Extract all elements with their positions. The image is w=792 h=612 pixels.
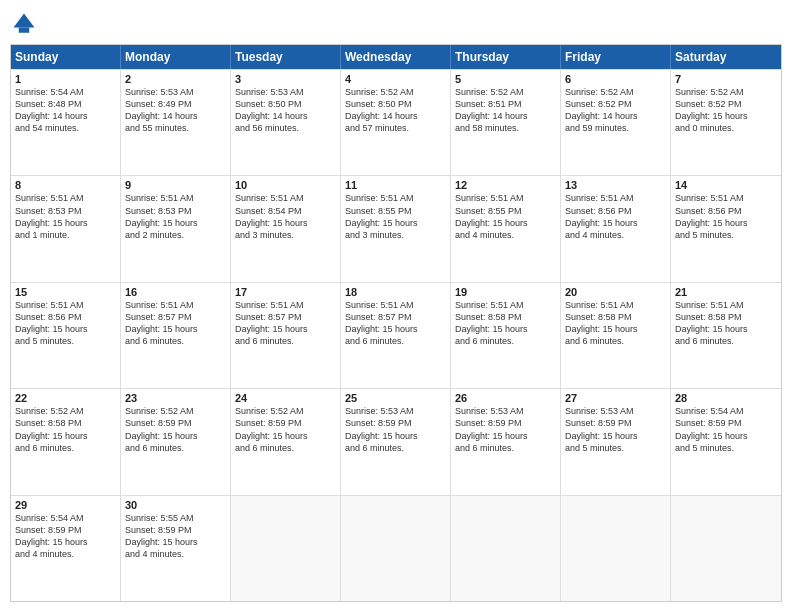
day-number: 24	[235, 392, 336, 404]
cal-cell-day-2: 2Sunrise: 5:53 AMSunset: 8:49 PMDaylight…	[121, 70, 231, 175]
cell-line: and 56 minutes.	[235, 122, 336, 134]
page: SundayMondayTuesdayWednesdayThursdayFrid…	[0, 0, 792, 612]
day-number: 21	[675, 286, 777, 298]
cell-line: Sunrise: 5:51 AM	[675, 299, 777, 311]
cell-line: Sunset: 8:49 PM	[125, 98, 226, 110]
cell-line: Daylight: 15 hours	[15, 430, 116, 442]
cell-line: Sunset: 8:55 PM	[345, 205, 446, 217]
cell-line: Sunrise: 5:53 AM	[455, 405, 556, 417]
cell-line: Daylight: 15 hours	[455, 323, 556, 335]
header-day-saturday: Saturday	[671, 45, 781, 69]
cell-line: and 5 minutes.	[15, 335, 116, 347]
cal-cell-day-25: 25Sunrise: 5:53 AMSunset: 8:59 PMDayligh…	[341, 389, 451, 494]
cal-cell-day-15: 15Sunrise: 5:51 AMSunset: 8:56 PMDayligh…	[11, 283, 121, 388]
cell-line: and 6 minutes.	[345, 442, 446, 454]
cell-line: Sunrise: 5:52 AM	[15, 405, 116, 417]
cal-cell-day-23: 23Sunrise: 5:52 AMSunset: 8:59 PMDayligh…	[121, 389, 231, 494]
cal-cell-empty	[671, 496, 781, 601]
cell-line: Sunset: 8:59 PM	[125, 524, 226, 536]
cal-cell-day-19: 19Sunrise: 5:51 AMSunset: 8:58 PMDayligh…	[451, 283, 561, 388]
cell-line: Sunset: 8:54 PM	[235, 205, 336, 217]
day-number: 3	[235, 73, 336, 85]
cell-line: Sunset: 8:58 PM	[15, 417, 116, 429]
cal-cell-day-12: 12Sunrise: 5:51 AMSunset: 8:55 PMDayligh…	[451, 176, 561, 281]
cell-line: and 4 minutes.	[565, 229, 666, 241]
cell-line: Sunrise: 5:52 AM	[565, 86, 666, 98]
cell-line: Sunrise: 5:51 AM	[235, 299, 336, 311]
cal-cell-day-6: 6Sunrise: 5:52 AMSunset: 8:52 PMDaylight…	[561, 70, 671, 175]
cell-line: Daylight: 15 hours	[675, 430, 777, 442]
cell-line: Sunset: 8:59 PM	[125, 417, 226, 429]
cell-line: and 6 minutes.	[455, 335, 556, 347]
cell-line: Sunset: 8:56 PM	[565, 205, 666, 217]
cell-line: Sunrise: 5:52 AM	[345, 86, 446, 98]
cal-cell-day-29: 29Sunrise: 5:54 AMSunset: 8:59 PMDayligh…	[11, 496, 121, 601]
cell-line: Sunset: 8:57 PM	[125, 311, 226, 323]
calendar: SundayMondayTuesdayWednesdayThursdayFrid…	[10, 44, 782, 602]
cal-cell-day-22: 22Sunrise: 5:52 AMSunset: 8:58 PMDayligh…	[11, 389, 121, 494]
cell-line: Daylight: 15 hours	[675, 217, 777, 229]
day-number: 5	[455, 73, 556, 85]
header-day-wednesday: Wednesday	[341, 45, 451, 69]
day-number: 14	[675, 179, 777, 191]
cell-line: Daylight: 15 hours	[455, 217, 556, 229]
day-number: 15	[15, 286, 116, 298]
cell-line: Sunset: 8:52 PM	[565, 98, 666, 110]
svg-marker-0	[14, 14, 35, 28]
cell-line: Sunrise: 5:53 AM	[565, 405, 666, 417]
cal-cell-day-10: 10Sunrise: 5:51 AMSunset: 8:54 PMDayligh…	[231, 176, 341, 281]
cal-cell-day-27: 27Sunrise: 5:53 AMSunset: 8:59 PMDayligh…	[561, 389, 671, 494]
cell-line: Sunrise: 5:55 AM	[125, 512, 226, 524]
day-number: 20	[565, 286, 666, 298]
cell-line: Daylight: 15 hours	[675, 323, 777, 335]
day-number: 22	[15, 392, 116, 404]
cell-line: and 5 minutes.	[675, 442, 777, 454]
day-number: 18	[345, 286, 446, 298]
cell-line: Sunrise: 5:52 AM	[125, 405, 226, 417]
cell-line: Sunset: 8:55 PM	[455, 205, 556, 217]
cell-line: Sunrise: 5:51 AM	[455, 192, 556, 204]
cal-cell-day-13: 13Sunrise: 5:51 AMSunset: 8:56 PMDayligh…	[561, 176, 671, 281]
cell-line: Daylight: 15 hours	[455, 430, 556, 442]
svg-rect-1	[19, 28, 30, 33]
cell-line: Sunrise: 5:51 AM	[15, 192, 116, 204]
cal-cell-day-5: 5Sunrise: 5:52 AMSunset: 8:51 PMDaylight…	[451, 70, 561, 175]
cal-cell-day-21: 21Sunrise: 5:51 AMSunset: 8:58 PMDayligh…	[671, 283, 781, 388]
cell-line: and 6 minutes.	[565, 335, 666, 347]
cal-cell-empty	[451, 496, 561, 601]
cell-line: Daylight: 15 hours	[125, 430, 226, 442]
cell-line: and 6 minutes.	[675, 335, 777, 347]
cell-line: Sunrise: 5:52 AM	[455, 86, 556, 98]
cell-line: Daylight: 15 hours	[15, 536, 116, 548]
cell-line: Sunset: 8:53 PM	[125, 205, 226, 217]
cell-line: Sunset: 8:50 PM	[235, 98, 336, 110]
cell-line: Daylight: 15 hours	[565, 323, 666, 335]
cal-cell-day-14: 14Sunrise: 5:51 AMSunset: 8:56 PMDayligh…	[671, 176, 781, 281]
cell-line: Sunset: 8:58 PM	[455, 311, 556, 323]
day-number: 4	[345, 73, 446, 85]
cell-line: and 6 minutes.	[15, 442, 116, 454]
cell-line: Sunrise: 5:51 AM	[345, 299, 446, 311]
cal-cell-day-26: 26Sunrise: 5:53 AMSunset: 8:59 PMDayligh…	[451, 389, 561, 494]
cell-line: Daylight: 14 hours	[15, 110, 116, 122]
cal-week-4: 29Sunrise: 5:54 AMSunset: 8:59 PMDayligh…	[11, 495, 781, 601]
cell-line: Sunset: 8:59 PM	[455, 417, 556, 429]
cell-line: Sunrise: 5:51 AM	[125, 192, 226, 204]
cell-line: Daylight: 15 hours	[235, 217, 336, 229]
cell-line: Sunrise: 5:52 AM	[235, 405, 336, 417]
cal-cell-day-28: 28Sunrise: 5:54 AMSunset: 8:59 PMDayligh…	[671, 389, 781, 494]
cal-cell-day-30: 30Sunrise: 5:55 AMSunset: 8:59 PMDayligh…	[121, 496, 231, 601]
cell-line: Sunset: 8:59 PM	[675, 417, 777, 429]
cal-cell-day-8: 8Sunrise: 5:51 AMSunset: 8:53 PMDaylight…	[11, 176, 121, 281]
cell-line: and 5 minutes.	[675, 229, 777, 241]
header-day-sunday: Sunday	[11, 45, 121, 69]
cell-line: Daylight: 15 hours	[125, 323, 226, 335]
day-number: 28	[675, 392, 777, 404]
day-number: 29	[15, 499, 116, 511]
header	[10, 10, 782, 38]
header-day-tuesday: Tuesday	[231, 45, 341, 69]
calendar-header-row: SundayMondayTuesdayWednesdayThursdayFrid…	[11, 45, 781, 69]
header-day-friday: Friday	[561, 45, 671, 69]
day-number: 12	[455, 179, 556, 191]
cell-line: and 6 minutes.	[345, 335, 446, 347]
